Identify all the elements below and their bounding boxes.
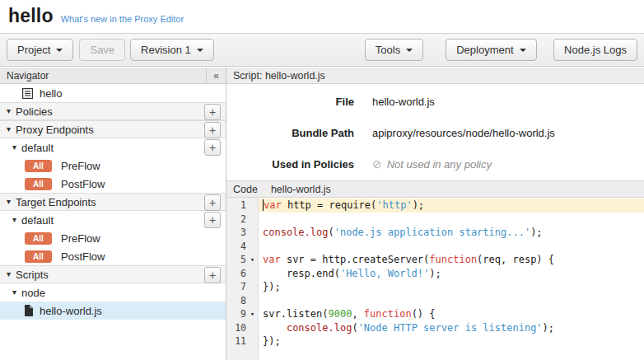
nav-item-default[interactable]: ▾default+ — [0, 211, 226, 229]
flow-condition-badge: All — [25, 160, 52, 172]
fold-arrow-icon[interactable]: ▾ — [246, 253, 259, 267]
code-text[interactable]: }); — [259, 334, 644, 348]
nav-item-scripts[interactable]: ▾Scripts+ — [0, 265, 226, 283]
chevron-down-icon — [520, 49, 526, 52]
save-button[interactable]: Save — [79, 39, 125, 61]
disclosure-triangle-icon[interactable]: ▾ — [12, 216, 16, 224]
nav-item-label: Proxy Endpoints — [16, 124, 94, 136]
deployment-menu-button[interactable]: Deployment — [446, 39, 536, 61]
overview-icon — [22, 88, 33, 99]
add-button[interactable]: + — [204, 194, 221, 211]
file-label: File — [226, 96, 354, 108]
deployment-menu-label: Deployment — [456, 44, 513, 56]
code-line-6[interactable]: 6 resp.end('Hello, World!'); — [226, 267, 644, 281]
nav-item-label: PostFlow — [61, 178, 105, 190]
file-value: hello-world.js — [372, 96, 435, 108]
nav-item-label: PreFlow — [61, 232, 100, 245]
add-button[interactable]: + — [204, 122, 221, 138]
file-row: File hello-world.js — [226, 86, 644, 117]
nav-item-proxy-endpoints[interactable]: ▾Proxy Endpoints+ — [0, 120, 226, 138]
code-line-1[interactable]: 1var http = require('http'); — [226, 199, 644, 213]
nav-item-preflow[interactable]: AllPreFlow — [0, 229, 226, 247]
code-line-7[interactable]: 7}); — [226, 280, 644, 294]
disclosure-triangle-icon[interactable]: ▾ — [7, 198, 11, 206]
nav-item-default[interactable]: ▾default+ — [0, 138, 226, 157]
flow-condition-badge: All — [25, 178, 52, 190]
project-menu-label: Project — [17, 44, 50, 56]
script-panel-header: Script: hello-world.js — [226, 68, 644, 84]
code-line-9[interactable]: 9▾svr.listen(9000, function() { — [226, 307, 644, 321]
code-text[interactable]: var http = require('http'); — [259, 199, 644, 213]
line-number: 6 — [226, 267, 259, 281]
disclosure-triangle-icon[interactable]: ▾ — [12, 143, 16, 152]
nav-item-label: hello — [40, 87, 62, 100]
nav-item-preflow[interactable]: AllPreFlow — [0, 157, 226, 175]
code-line-8[interactable]: 8 — [226, 294, 644, 308]
code-line-5[interactable]: 5▾var svr = http.createServer(function(r… — [226, 253, 644, 267]
toolbar: Project Save Revision 1 Tools Deployment… — [0, 33, 644, 67]
code-line-3[interactable]: 3console.log('node.js application starti… — [226, 226, 644, 240]
disclosure-triangle-icon[interactable]: ▾ — [7, 125, 11, 133]
disclosure-triangle-icon[interactable]: ▾ — [7, 270, 11, 278]
tools-menu-button[interactable]: Tools — [365, 39, 423, 61]
nav-item-policies[interactable]: ▾Policies+ — [0, 102, 226, 120]
line-number: 11 — [226, 334, 259, 348]
flow-condition-badge: All — [25, 232, 52, 245]
add-button[interactable]: + — [204, 212, 221, 228]
code-text[interactable]: svr.listen(9000, function() { — [259, 307, 644, 321]
collapse-navigator-button[interactable]: « — [206, 68, 226, 83]
revision-menu-label: Revision 1 — [141, 44, 191, 56]
line-number: 4 — [226, 240, 259, 254]
nav-item-postflow[interactable]: AllPostFlow — [0, 175, 226, 193]
nav-item-label: Scripts — [16, 269, 49, 281]
nav-item-label: PreFlow — [61, 160, 100, 172]
disclosure-triangle-icon[interactable]: ▾ — [12, 288, 16, 297]
navigator-title: Navigator — [0, 70, 206, 82]
used-in-policies-value: ⊘ Not used in any policy — [372, 157, 492, 171]
code-editor[interactable]: 1var http = require('http');23console.lo… — [226, 198, 644, 360]
add-button[interactable]: + — [204, 267, 221, 283]
code-text[interactable]: }); — [259, 280, 644, 294]
code-text[interactable]: console.log('node.js application startin… — [259, 226, 644, 240]
code-section-label: Code — [233, 184, 258, 195]
script-panel-title: Script: hello-world.js — [233, 70, 325, 82]
code-line-10[interactable]: 10 console.log('Node HTTP server is list… — [226, 321, 644, 335]
code-text[interactable] — [259, 294, 644, 308]
nav-item-label: Target Endpoints — [16, 196, 96, 208]
code-text[interactable]: console.log('Node HTTP server is listeni… — [259, 321, 644, 335]
code-text[interactable]: resp.end('Hello, World!'); — [259, 267, 644, 281]
code-line-4[interactable]: 4 — [226, 240, 644, 254]
chevron-down-icon — [406, 49, 413, 52]
nav-item-target-endpoints[interactable]: ▾Target Endpoints+ — [0, 193, 226, 211]
script-detail-panel: Script: hello-world.js File hello-world.… — [226, 68, 644, 360]
code-text[interactable]: var svr = http.createServer(function(req… — [259, 253, 644, 267]
line-number: 8 — [226, 294, 259, 308]
line-number: 1 — [226, 199, 259, 213]
code-text[interactable] — [259, 240, 644, 254]
add-button[interactable]: + — [204, 139, 221, 156]
code-section-header: Code hello-world.js — [226, 180, 644, 198]
nav-item-hello-world-js[interactable]: hello-world.js — [0, 302, 226, 320]
disclosure-triangle-icon[interactable]: ▾ — [7, 107, 11, 115]
nodejs-logs-button[interactable]: Node.js Logs — [553, 39, 637, 61]
chevron-down-icon — [56, 49, 63, 52]
nav-item-label: default — [21, 214, 54, 227]
main-split: Navigator « hello▾Policies+▾Proxy Endpoi… — [0, 68, 644, 360]
nav-item-hello[interactable]: hello — [0, 84, 226, 102]
tools-menu-label: Tools — [376, 44, 400, 56]
code-line-2[interactable]: 2 — [226, 213, 644, 227]
code-text[interactable] — [259, 213, 644, 227]
app-header: hello What's new in the Proxy Editor — [0, 0, 644, 33]
revision-menu-button[interactable]: Revision 1 — [130, 39, 214, 61]
code-line-11[interactable]: 11}); — [226, 334, 644, 348]
script-details: File hello-world.js Bundle Path apiproxy… — [226, 84, 644, 180]
project-menu-button[interactable]: Project — [7, 39, 73, 61]
nav-item-postflow[interactable]: AllPostFlow — [0, 247, 226, 265]
nav-item-label: default — [21, 142, 54, 154]
fold-arrow-icon[interactable]: ▾ — [246, 307, 259, 321]
nav-item-label: hello-world.js — [40, 305, 102, 317]
proxy-editor-window: hello What's new in the Proxy Editor Pro… — [0, 0, 644, 360]
whats-new-link[interactable]: What's new in the Proxy Editor — [61, 14, 184, 24]
nav-item-node[interactable]: ▾node — [0, 283, 226, 302]
add-button[interactable]: + — [204, 104, 221, 120]
